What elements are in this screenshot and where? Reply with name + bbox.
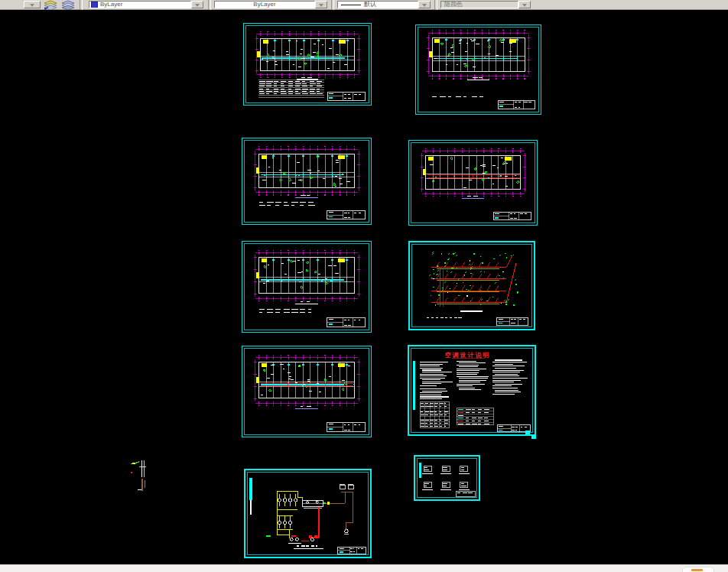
tray-icon[interactable] xyxy=(682,567,714,572)
cad-sheet-plan-1[interactable] xyxy=(243,23,372,106)
sheet-drawing xyxy=(411,143,535,223)
linetype-combo-arrow[interactable] xyxy=(315,1,327,8)
cad-sheet-plan-4[interactable] xyxy=(408,140,538,226)
sheet-drawing xyxy=(418,28,538,112)
toolbar-separator xyxy=(80,0,83,10)
sheet-inner-frame xyxy=(244,243,369,330)
chevron-down-icon xyxy=(422,4,427,9)
chevron-down-icon xyxy=(30,4,34,9)
cad-sheet-plan-2[interactable] xyxy=(415,24,541,115)
layer-combo-arrow[interactable] xyxy=(24,1,41,8)
layer-stack-blue-icon xyxy=(61,0,76,10)
chevron-down-icon xyxy=(195,4,200,9)
color-combo-arrow[interactable] xyxy=(191,1,203,8)
sheet-drawing xyxy=(412,245,533,328)
sheet-inner-frame xyxy=(417,458,477,498)
sheet-inner-frame xyxy=(244,348,369,435)
sheet-inner-frame xyxy=(418,27,539,112)
color-swatch xyxy=(91,2,98,8)
sheet-inner-frame xyxy=(411,142,535,223)
sheet-drawing xyxy=(525,430,538,440)
lineweight-combo-arrow[interactable] xyxy=(418,1,431,8)
cyan-marks[interactable] xyxy=(525,430,538,440)
sheet-drawing xyxy=(246,26,369,102)
sheet-inner-frame xyxy=(244,140,369,223)
lineweight-combo[interactable]: 默认 xyxy=(337,1,418,8)
toolbar-separator xyxy=(331,0,334,10)
plotstyle-combo-value: 随颜色 xyxy=(444,2,463,8)
cad-sheet-plan-3[interactable] xyxy=(242,138,372,225)
color-combo[interactable]: ByLayer xyxy=(89,1,191,8)
object-properties-toolbar: ByLayer ByLayer 默认 随颜色 xyxy=(0,0,728,10)
svg-text:空调设计说明: 空调设计说明 xyxy=(445,351,491,359)
layer-stack-yellow-icon xyxy=(44,0,58,10)
plotstyle-combo: 随颜色 xyxy=(440,1,518,8)
sheet-drawing xyxy=(126,456,154,492)
cad-sheet-schematic-9[interactable] xyxy=(244,469,372,558)
sheet-inner-frame xyxy=(245,25,369,103)
status-bar xyxy=(0,564,728,572)
sheet-drawing xyxy=(245,349,369,434)
lineweight-sample-line xyxy=(341,5,361,5)
sheet-drawing xyxy=(248,473,369,556)
sheet-drawing xyxy=(418,459,478,499)
make-object-layer-current-icon[interactable] xyxy=(43,0,59,10)
sheet-drawing xyxy=(245,244,369,330)
plotstyle-combo-arrow xyxy=(518,1,531,8)
cad-sheet-plan-7[interactable] xyxy=(242,346,372,437)
cad-sheet-spec-8[interactable]: 空调设计说明 xyxy=(408,345,536,436)
chevron-down-icon xyxy=(522,4,527,9)
cad-sheet-plan-5[interactable] xyxy=(242,241,372,333)
linetype-combo[interactable]: ByLayer xyxy=(214,1,315,8)
lineweight-combo-value: 默认 xyxy=(364,2,376,8)
toolbar-separator xyxy=(434,0,437,10)
sheet-inner-frame xyxy=(411,244,532,327)
sheet-inner-frame: 空调设计说明 xyxy=(411,348,533,433)
sheet-drawing xyxy=(245,141,369,222)
chevron-down-icon xyxy=(319,4,323,9)
cad-sheet-details-10[interactable] xyxy=(414,455,480,501)
linetype-combo-value: ByLayer xyxy=(253,2,275,8)
orange-accent-icon xyxy=(691,569,703,571)
riser-fragment[interactable] xyxy=(126,456,154,492)
toolbar-separator xyxy=(208,0,211,10)
color-combo-value: ByLayer xyxy=(100,2,122,8)
sheet-drawing: 空调设计说明 xyxy=(411,349,534,434)
cad-sheet-axon-6[interactable] xyxy=(408,241,535,330)
sheet-inner-frame xyxy=(247,472,369,555)
layers-icon[interactable] xyxy=(60,0,76,10)
model-space-canvas[interactable]: 空调设计说明 xyxy=(0,11,728,564)
